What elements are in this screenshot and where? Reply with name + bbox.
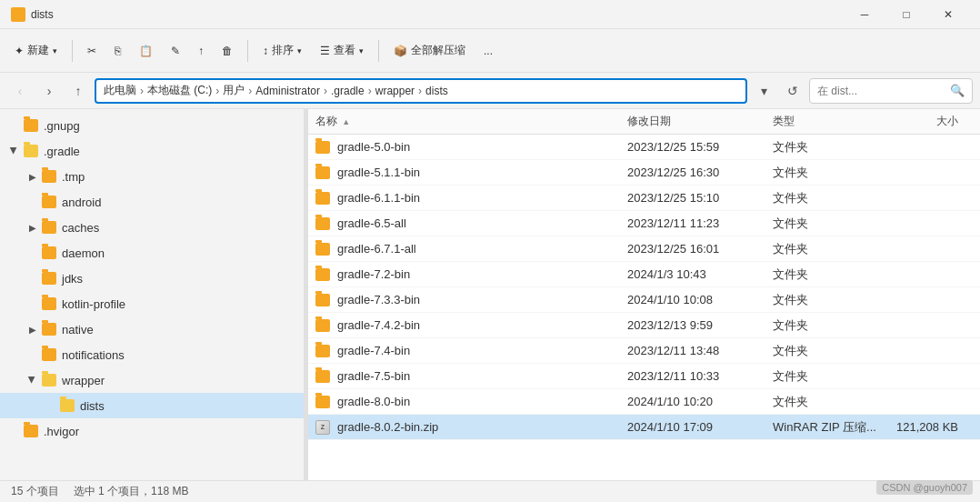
sidebar-item-tmp[interactable]: ▶ .tmp (0, 164, 304, 189)
folder-icon (42, 196, 56, 208)
breadcrumb-administrator[interactable]: Administrator (255, 85, 320, 97)
cut-button[interactable]: ✂ (80, 35, 104, 67)
breadcrumb-users[interactable]: 用户 (223, 83, 245, 98)
view-button[interactable]: ☰ 查看 ▾ (313, 35, 371, 67)
column-size[interactable]: 大小 (882, 114, 973, 129)
sort-icon: ↕ (263, 45, 268, 57)
table-row[interactable]: gradle-6.5-all 2023/12/11 11:23 文件夹 (308, 211, 980, 236)
dropdown-button[interactable]: ▾ (751, 78, 776, 104)
table-row[interactable]: gradle-5.0-bin 2023/12/25 15:59 文件夹 (308, 135, 980, 160)
sidebar-item-kotlin-profile[interactable]: ▶ kotlin-profile (0, 291, 304, 316)
sidebar-item-label: .hvigor (44, 425, 79, 438)
new-icon: ✦ (15, 45, 24, 57)
share-button[interactable]: ↑ (191, 35, 211, 67)
file-date: 2024/1/10 17:09 (627, 420, 773, 434)
table-row[interactable]: gradle-7.2-bin 2024/1/3 10:43 文件夹 (308, 262, 980, 287)
sidebar-item-native[interactable]: ▶ native (0, 316, 304, 342)
view-label: 查看 (334, 43, 355, 58)
sidebar-item-label: daemon (62, 246, 105, 260)
sidebar-item-gnupg[interactable]: ▶ .gnupg (0, 113, 304, 138)
sidebar-item-dists[interactable]: ▶ dists (0, 393, 304, 418)
folder-icon (315, 217, 330, 230)
folder-icon (24, 119, 38, 132)
folder-icon (42, 272, 56, 285)
file-name: gradle-7.4-bin (315, 344, 627, 357)
table-row[interactable]: gradle-6.7.1-all 2023/12/25 16:01 文件夹 (308, 236, 980, 262)
table-row[interactable]: gradle-7.3.3-bin 2024/1/10 10:08 文件夹 (308, 287, 980, 313)
copy-button[interactable]: ⎘ (107, 35, 128, 67)
search-input[interactable] (817, 85, 946, 97)
sidebar-item-notifications[interactable]: ▶ notifications (0, 342, 304, 367)
paste-button[interactable]: 📋 (132, 35, 160, 67)
folder-icon (315, 345, 330, 357)
table-row[interactable]: gradle-8.0-bin 2024/1/10 10:20 文件夹 (308, 389, 980, 415)
maximize-button[interactable]: □ (885, 0, 927, 29)
file-name: gradle-7.2-bin (315, 267, 627, 281)
column-name[interactable]: 名称 ▲ (315, 114, 627, 129)
column-date[interactable]: 修改日期 (627, 114, 773, 129)
new-button[interactable]: ✦ 新建 ▾ (7, 35, 65, 67)
table-row[interactable]: gradle-7.4.2-bin 2023/12/13 9:59 文件夹 (308, 313, 980, 338)
rename-button[interactable]: ✎ (164, 35, 187, 67)
folder-icon (315, 141, 330, 154)
selected-info: 选中 1 个项目，118 MB (74, 484, 189, 499)
file-date: 2024/1/10 10:20 (627, 395, 773, 408)
table-row[interactable]: gradle-7.5-bin 2023/12/11 10:33 文件夹 (308, 364, 980, 389)
file-type: 文件夹 (773, 266, 882, 283)
table-row[interactable]: gradle-5.1.1-bin 2023/12/25 16:30 文件夹 (308, 160, 980, 186)
sidebar-item-android[interactable]: ▶ android (0, 189, 304, 215)
breadcrumb[interactable]: 此电脑 › 本地磁盘 (C:) › 用户 › Administrator › .… (95, 78, 747, 104)
folder-icon (42, 246, 56, 259)
toggle-icon: ▶ (25, 322, 40, 336)
sidebar-item-wrapper[interactable]: ▶ wrapper (0, 367, 304, 393)
sort-button[interactable]: ↕ 排序 ▾ (255, 35, 309, 67)
breadcrumb-current: dists (425, 85, 448, 97)
file-name: gradle-6.1.1-bin (315, 191, 627, 205)
file-type: 文件夹 (773, 216, 882, 232)
window-title: dists (31, 8, 54, 21)
sort-label: 排序 (272, 43, 294, 58)
title-bar: dists ─ □ ✕ (0, 0, 980, 29)
up-button[interactable]: ↑ (65, 78, 91, 104)
status-bar: 15 个项目 选中 1 个项目，118 MB (0, 480, 980, 502)
column-type[interactable]: 类型 (773, 114, 882, 129)
table-row[interactable]: gradle-6.1.1-bin 2023/12/25 15:10 文件夹 (308, 186, 980, 211)
breadcrumb-localdisk[interactable]: 本地磁盘 (C:) (147, 83, 212, 98)
sidebar-item-hvigor[interactable]: ▶ .hvigor (0, 418, 304, 444)
sidebar-item-label: dists (80, 399, 105, 413)
forward-button[interactable]: › (36, 78, 62, 104)
search-box[interactable]: 🔍 (809, 78, 973, 104)
breadcrumb-gradle[interactable]: .gradle (331, 85, 365, 97)
cut-icon: ✂ (87, 45, 96, 57)
file-name: gradle-6.7.1-all (315, 242, 627, 256)
sort-dropdown-icon: ▾ (297, 46, 302, 55)
breadcrumb-wrapper[interactable]: wrapper (375, 85, 415, 97)
breadcrumb-thispc[interactable]: 此电脑 (104, 83, 136, 98)
back-button[interactable]: ‹ (7, 78, 33, 104)
file-type: 文件夹 (773, 292, 882, 308)
more-button[interactable]: ... (476, 35, 500, 67)
extract-button[interactable]: 📦 全部解压缩 (386, 35, 473, 67)
minimize-button[interactable]: ─ (844, 0, 885, 29)
sidebar-item-caches[interactable]: ▶ caches (0, 215, 304, 240)
close-button[interactable]: ✕ (927, 0, 969, 29)
extract-label: 全部解压缩 (411, 43, 465, 58)
sidebar-item-jdks[interactable]: ▶ jdks (0, 266, 304, 291)
folder-icon (315, 370, 330, 383)
sidebar-item-gradle[interactable]: ▶ .gradle (0, 138, 304, 164)
toolbar-separator-1 (72, 40, 73, 62)
file-list-header: 名称 ▲ 修改日期 类型 大小 (308, 109, 980, 135)
new-label: 新建 (27, 43, 49, 58)
app-icon (11, 7, 25, 22)
file-name: gradle-5.0-bin (315, 140, 627, 154)
rename-icon: ✎ (171, 45, 180, 57)
folder-icon (315, 192, 330, 205)
sidebar-item-daemon[interactable]: ▶ daemon (0, 240, 304, 266)
table-row[interactable]: Z gradle-8.0.2-bin.zip 2024/1/10 17:09 W… (308, 415, 980, 440)
refresh-button[interactable]: ↺ (780, 78, 805, 104)
file-type: 文件夹 (773, 394, 882, 410)
delete-button[interactable]: 🗑 (215, 35, 240, 67)
folder-icon (42, 348, 56, 361)
toggle-icon: ▶ (7, 144, 22, 158)
table-row[interactable]: gradle-7.4-bin 2023/12/11 13:48 文件夹 (308, 338, 980, 364)
